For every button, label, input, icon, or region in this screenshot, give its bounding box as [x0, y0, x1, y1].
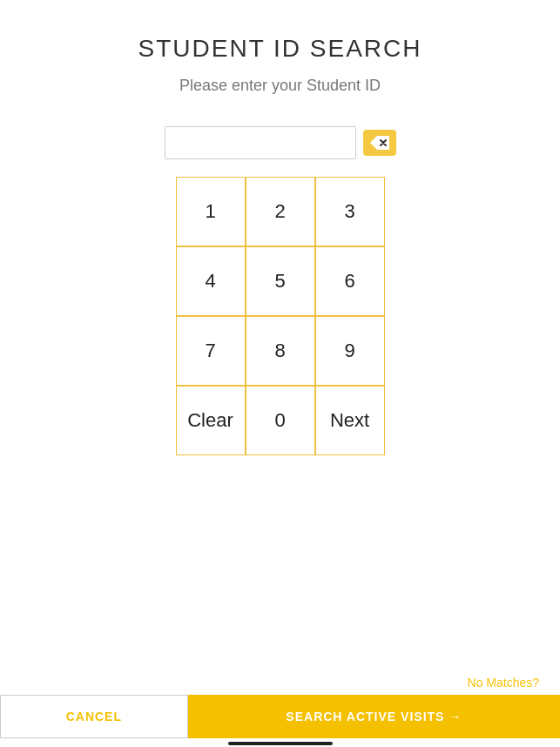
key-4-button[interactable]: 4	[176, 246, 246, 316]
page-title: STUDENT ID SEARCH	[138, 35, 422, 63]
key-2-button[interactable]: 2	[246, 177, 315, 246]
key-6-button[interactable]: 6	[315, 246, 385, 316]
input-row	[165, 126, 396, 159]
no-matches-row: No Matches?	[0, 676, 560, 695]
key-8-button[interactable]: 8	[246, 316, 315, 386]
cancel-button[interactable]: CANCEL	[0, 695, 188, 738]
page-subtitle: Please enter your Student ID	[179, 77, 381, 95]
key-1-button[interactable]: 1	[176, 177, 246, 246]
keypad: 123456789Clear0Next	[176, 177, 385, 455]
key-5-button[interactable]: 5	[246, 246, 315, 316]
backspace-button[interactable]	[363, 130, 396, 156]
key-next-button[interactable]: Next	[315, 386, 385, 455]
action-bar: CANCEL SEARCH ACTIVE VISITS →	[0, 695, 560, 738]
key-3-button[interactable]: 3	[315, 177, 385, 246]
bottom-bar: No Matches? CANCEL SEARCH ACTIVE VISITS …	[0, 676, 560, 747]
key-9-button[interactable]: 9	[315, 316, 385, 386]
backspace-icon	[370, 136, 389, 150]
search-active-visits-button[interactable]: SEARCH ACTIVE VISITS →	[188, 695, 560, 738]
home-indicator	[228, 742, 333, 745]
no-matches-text: No Matches?	[468, 676, 539, 690]
key-clear-button[interactable]: Clear	[176, 386, 246, 455]
page-container: STUDENT ID SEARCH Please enter your Stud…	[0, 0, 560, 747]
key-7-button[interactable]: 7	[176, 316, 246, 386]
key-0-button[interactable]: 0	[246, 386, 315, 455]
student-id-input[interactable]	[165, 126, 356, 159]
